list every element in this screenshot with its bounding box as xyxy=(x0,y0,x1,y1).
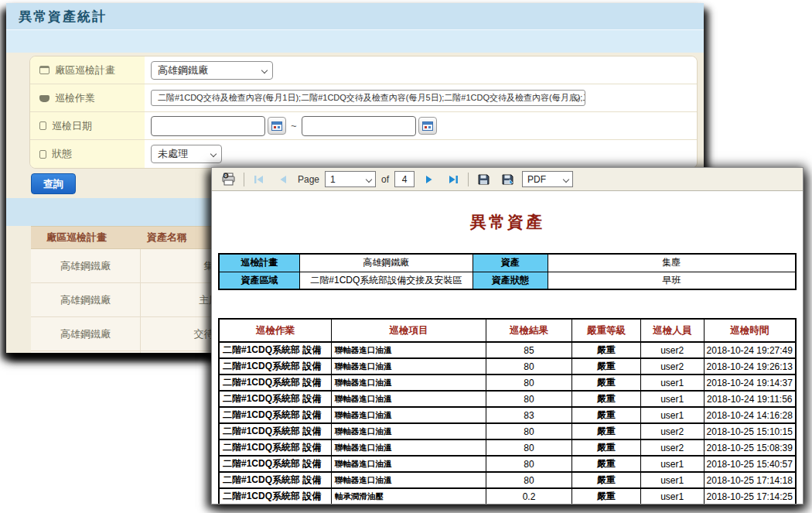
report-data-table: 巡檢作業 巡檢項目 巡檢結果 嚴重等級 巡檢人員 巡檢時間 二階#1CDQ系統部… xyxy=(218,318,797,504)
table-cell: 二階#1CDQ系統部 設備 xyxy=(219,374,331,391)
chevron-down-icon xyxy=(210,151,217,157)
plan-label: 廠區巡檢計畫 xyxy=(55,63,115,77)
table-cell: 嚴重 xyxy=(572,439,641,456)
table-cell: user2 xyxy=(640,423,704,439)
plan-label-cell: 廠區巡檢計畫 xyxy=(30,56,145,84)
table-cell: 高雄鋼鐵廠 xyxy=(31,283,141,316)
column-header-plan: 廠區巡檢計畫 xyxy=(31,231,141,245)
plan-field-cell: 高雄鋼鐵廠 xyxy=(145,56,697,84)
table-cell: user1 xyxy=(640,456,704,472)
table-row: 二階#1CDQ系統部 設備聯軸器進口油溫80嚴重user22018-10-24 … xyxy=(219,358,796,374)
table-row: 二階#1CDQ系統部 設備聯軸器進口油溫80嚴重user22018-10-25 … xyxy=(219,423,796,439)
export-format-select[interactable]: PDF xyxy=(522,171,573,187)
table-cell: 聯軸器進口油溫 xyxy=(331,439,486,456)
table-row: 二階#1CDQ系統部 設備聯軸器進口油溫80嚴重user12018-10-25 … xyxy=(219,472,796,488)
info-row: 巡檢計畫 高雄鋼鐵廠 資產 集塵 xyxy=(219,254,796,272)
page-label: Page xyxy=(298,174,319,185)
table-cell: 二階#1CDQ系統部 設備 xyxy=(219,342,331,358)
last-page-button[interactable] xyxy=(444,170,462,189)
date-label-cell: 巡檢日期 xyxy=(30,112,145,139)
table-cell: 嚴重 xyxy=(572,472,641,488)
table-cell: 85 xyxy=(486,342,572,358)
table-cell: 83 xyxy=(486,407,572,423)
status-select-value: 未處理 xyxy=(158,147,188,161)
search-button[interactable]: 查詢 xyxy=(31,173,76,194)
table-cell: user2 xyxy=(640,439,704,456)
info-value: 早班 xyxy=(548,272,796,289)
calendar-icon xyxy=(271,121,282,131)
info-value: 集塵 xyxy=(548,254,796,272)
report-title: 異常資產 xyxy=(218,211,797,233)
table-cell: 高雄鋼鐵廠 xyxy=(31,351,141,353)
status-select[interactable]: 未處理 xyxy=(151,145,222,163)
table-cell: 80 xyxy=(486,391,572,407)
date-from-input[interactable] xyxy=(151,116,265,136)
screenshot-stage: 異常資產統計 廠區巡檢計畫 高雄鋼鐵廠 巡檢作業 xyxy=(0,0,812,513)
table-cell: 80 xyxy=(486,456,572,472)
status-label: 狀態 xyxy=(52,147,72,161)
table-cell: 2018-10-25 15:40:57 xyxy=(704,456,796,472)
info-value: 二階#1CDQ系統部設備交接及安裝區 xyxy=(299,272,473,289)
table-cell: 聯軸器進口油溫 xyxy=(331,342,486,358)
table-cell: 聯軸器進口油溫 xyxy=(331,374,486,391)
report-header-row: 巡檢作業 巡檢項目 巡檢結果 嚴重等級 巡檢人員 巡檢時間 xyxy=(219,319,796,342)
table-cell: 聯軸器進口油溫 xyxy=(331,472,486,488)
previous-page-button[interactable] xyxy=(274,170,292,189)
column-header: 巡檢作業 xyxy=(219,319,331,342)
table-row: 二階#1CDQ系統部 設備聯軸器進口油溫85嚴重user22018-10-24 … xyxy=(219,342,796,358)
table-cell: user2 xyxy=(640,342,704,358)
export-button[interactable] xyxy=(498,170,517,189)
report-content: 異常資產 巡檢計畫 高雄鋼鐵廠 資產 集塵 資產區域 二階#1CDQ系統部設備交… xyxy=(212,191,803,504)
task-label-cell: 巡檢作業 xyxy=(30,84,145,111)
table-row: 二階#1CDQ系統部 設備聯軸器進口油溫80嚴重user12018-10-25 … xyxy=(219,456,796,472)
task-icon xyxy=(39,95,49,102)
status-field-cell: 未處理 xyxy=(145,140,697,168)
table-cell: 2018-10-24 19:14:37 xyxy=(704,374,796,391)
report-viewer-window: 0 Page 1 of 4 xyxy=(211,167,803,504)
chevron-down-icon xyxy=(366,176,372,183)
report-table-body: 二階#1CDQ系統部 設備聯軸器進口油溫85嚴重user22018-10-24 … xyxy=(219,342,796,504)
column-header: 巡檢項目 xyxy=(331,319,486,342)
form-row-task: 巡檢作業 二階#1CDQ交待及檢查內容(每月1日);二階#1CDQ交待及檢查內容… xyxy=(30,84,697,112)
export-icon xyxy=(501,173,514,186)
table-cell: user1 xyxy=(640,488,704,504)
page-number-select[interactable]: 1 xyxy=(325,171,376,187)
info-label: 資產區域 xyxy=(219,272,299,289)
table-cell: user1 xyxy=(640,391,704,407)
table-cell: user1 xyxy=(640,407,704,423)
date-icon xyxy=(39,121,46,130)
status-icon xyxy=(39,150,46,159)
date-to-input[interactable] xyxy=(302,116,416,136)
first-page-button[interactable] xyxy=(250,170,268,189)
table-cell: 0.2 xyxy=(486,488,572,504)
table-cell: 嚴重 xyxy=(572,488,641,504)
date-range-separator: ~ xyxy=(291,120,297,132)
table-cell: 二階#1CDQ系統部 設備 xyxy=(219,423,331,439)
task-select[interactable]: 二階#1CDQ交待及檢查內容(每月1日);二階#1CDQ交待及檢查內容(每月5日… xyxy=(151,90,585,106)
info-label: 資產狀態 xyxy=(473,272,548,289)
table-cell: 2018-10-24 19:27:49 xyxy=(704,342,796,358)
column-header: 巡檢人員 xyxy=(640,319,704,342)
status-label-cell: 狀態 xyxy=(30,140,145,168)
table-cell: 聯軸器進口油溫 xyxy=(331,407,486,423)
table-cell: user1 xyxy=(640,374,704,391)
calendar-button[interactable] xyxy=(268,117,286,135)
form-row-date: 巡檢日期 ~ xyxy=(30,112,697,140)
table-cell: 2018-10-25 15:08:39 xyxy=(704,439,796,456)
report-table-head: 巡檢作業 巡檢項目 巡檢結果 嚴重等級 巡檢人員 巡檢時間 xyxy=(219,319,796,342)
table-cell: 嚴重 xyxy=(572,374,641,391)
table-cell: 高雄鋼鐵廠 xyxy=(31,249,141,282)
column-header: 巡檢時間 xyxy=(704,319,796,342)
table-cell: 80 xyxy=(486,472,572,488)
calendar-button[interactable] xyxy=(418,117,437,135)
task-field-cell: 二階#1CDQ交待及檢查內容(每月1日);二階#1CDQ交待及檢查內容(每月5日… xyxy=(145,84,697,111)
plan-select-value: 高雄鋼鐵廠 xyxy=(158,63,208,77)
next-page-button[interactable] xyxy=(420,170,438,189)
task-label: 巡檢作業 xyxy=(55,91,95,105)
plan-select[interactable]: 高雄鋼鐵廠 xyxy=(151,61,273,80)
table-cell: 2018-10-25 17:14:18 xyxy=(704,472,796,488)
print-button[interactable]: 0 xyxy=(220,170,238,189)
save-button[interactable] xyxy=(474,170,493,189)
table-cell: 2018-10-24 19:11:56 xyxy=(704,391,796,407)
table-cell: 聯軸器進口油溫 xyxy=(331,423,486,439)
